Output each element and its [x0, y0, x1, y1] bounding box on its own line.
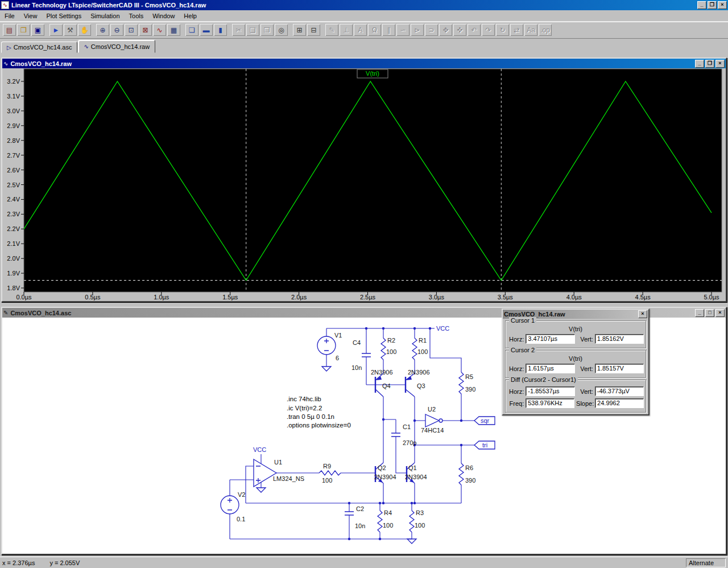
- tile-horizontal-button[interactable]: ▬: [200, 24, 213, 36]
- opamp-U1[interactable]: [254, 459, 276, 487]
- control-panel-button[interactable]: ⚒: [64, 24, 77, 36]
- autorange-y-axis-button[interactable]: ∿: [153, 24, 166, 36]
- menu-window[interactable]: Window: [148, 11, 179, 20]
- schematic-minimize-button[interactable]: _: [695, 309, 704, 317]
- voltage-source-V1-marks: [324, 339, 329, 351]
- trace-legend-label[interactable]: V(tri): [366, 70, 379, 77]
- cursor-dialog: CmosVCO_hc14.raw × Cursor 1 V(tri) Horz:…: [502, 308, 650, 415]
- cursor2-horz-field[interactable]: 1.6157µs: [526, 364, 574, 373]
- ground-symbol-main[interactable]: [407, 539, 416, 544]
- capacitor-C1[interactable]: [391, 433, 400, 437]
- tab-cmosvco_hc14.asc[interactable]: ▷CmosVCO_hc14.asc: [1, 42, 77, 53]
- text-tool-button[interactable]: Aa: [524, 24, 537, 36]
- mirror-tool-button[interactable]: ⇄: [510, 24, 523, 36]
- find-button[interactable]: ◎: [275, 24, 288, 36]
- label-u2-value: 74HC14: [421, 427, 444, 434]
- flag-vcc-rail: VCC: [436, 325, 449, 332]
- resistor-R4[interactable]: [378, 511, 382, 532]
- move-tool-button[interactable]: ✥: [439, 24, 452, 36]
- save-file-button[interactable]: ▣: [31, 24, 44, 36]
- resistor-R5[interactable]: [459, 372, 464, 394]
- cursor2-vert-field[interactable]: 1.85157V: [595, 364, 644, 373]
- rotate-tool-button[interactable]: ↻: [496, 24, 509, 36]
- menu-simulation[interactable]: Simulation: [86, 11, 124, 20]
- halt-simulation-button[interactable]: ✋: [78, 24, 91, 36]
- waveform-plot[interactable]: 1.8V1.9V2.0V2.1V2.2V2.3V2.4V2.5V2.6V2.7V…: [2, 68, 726, 301]
- copy-button[interactable]: ❑: [246, 24, 259, 36]
- waveform-minimize-button[interactable]: _: [695, 60, 704, 68]
- schematic-close-button[interactable]: ×: [715, 309, 725, 317]
- spice-directive-inc[interactable]: .inc 74hc.lib: [287, 396, 321, 402]
- capacitor-C2[interactable]: [345, 512, 354, 515]
- component-tool-button[interactable]: ⊃: [425, 24, 438, 36]
- menu-view[interactable]: View: [19, 11, 42, 20]
- spice-directive-tran[interactable]: .tran 0 5µ 0 0.1n: [287, 413, 334, 420]
- diff-horz-field[interactable]: -1.85537µs: [526, 386, 574, 396]
- capacitor-tool-button[interactable]: ∥: [382, 24, 395, 36]
- redo-button[interactable]: ↷: [482, 24, 495, 36]
- plot-pane[interactable]: [24, 69, 722, 292]
- minimize-button[interactable]: _: [697, 1, 706, 9]
- menu-plot-settings[interactable]: Plot Settings: [42, 11, 86, 20]
- close-button[interactable]: ×: [718, 1, 727, 9]
- cursor-dialog-close-button[interactable]: ×: [638, 310, 647, 318]
- inverter-U2[interactable]: [425, 414, 439, 427]
- menu-tools[interactable]: Tools: [125, 11, 148, 20]
- waveform-tab-icon: ∿: [84, 43, 88, 50]
- print-preview-button[interactable]: ⊟: [307, 24, 320, 36]
- waveform-close-button[interactable]: ×: [715, 60, 725, 68]
- resistor-R1[interactable]: [412, 338, 417, 360]
- toolbar-separator: [45, 24, 49, 36]
- zoom-in-button[interactable]: ⊕: [96, 24, 109, 36]
- schematic-maximize-button[interactable]: □: [705, 309, 714, 317]
- resistor-tool-button[interactable]: Ω: [368, 24, 381, 36]
- diff-freq-field[interactable]: 538.976KHz: [526, 398, 574, 408]
- cursor1-horz-field[interactable]: 3.47107µs: [526, 334, 574, 344]
- new-schematic-button[interactable]: ▤: [3, 24, 16, 36]
- grid-toggle-button[interactable]: ▦: [167, 24, 180, 36]
- waveform-restore-button[interactable]: ❐: [705, 60, 714, 68]
- cursor1-vert-label: Vert:: [577, 336, 593, 343]
- paste-button[interactable]: ❒: [260, 24, 274, 36]
- diff-group-label: Diff (Cursor2 - Cursor1): [509, 376, 578, 383]
- waveform-window-titlebar[interactable]: ∿ CmosVCO_hc14.raw _ ❐ ×: [2, 59, 726, 68]
- cut-button[interactable]: ✂: [232, 24, 245, 36]
- diode-tool-button[interactable]: ⊳: [411, 24, 424, 36]
- resistor-R3[interactable]: [410, 511, 414, 532]
- restore-button[interactable]: ❐: [708, 1, 717, 9]
- tab-cmosvco_hc14.raw[interactable]: ∿CmosVCO_hc14.raw: [78, 40, 155, 53]
- schematic-wires[interactable]: [230, 328, 474, 539]
- tile-vertical-button[interactable]: ▮: [214, 24, 227, 36]
- undo-button[interactable]: ↶: [468, 24, 481, 36]
- ground-tool-button[interactable]: ⊥: [340, 24, 353, 36]
- zoom-full-extents-button[interactable]: ⊡: [125, 24, 138, 36]
- zoom-fit-button[interactable]: ⊠: [139, 24, 152, 36]
- label-q3-value: 2N3906: [408, 369, 430, 376]
- spice-directive-options[interactable]: .options plotwinsize=0: [287, 422, 351, 429]
- cursor-mode-indicator: Alternate: [686, 558, 726, 567]
- diff-vert-field[interactable]: -46.3773µV: [595, 386, 644, 396]
- ground-symbol-u1[interactable]: [257, 488, 266, 492]
- open-file-button[interactable]: ❐: [17, 24, 30, 36]
- resistor-R6[interactable]: [459, 463, 464, 485]
- menu-file[interactable]: File: [0, 11, 19, 20]
- print-button[interactable]: ⊞: [293, 24, 306, 36]
- tile-windows-button[interactable]: ❏: [185, 24, 198, 36]
- wire-tool-button[interactable]: ✎: [325, 24, 338, 36]
- ground-symbol-v1[interactable]: [322, 367, 331, 371]
- spice-directive-ic[interactable]: .ic V(tri)=2.2: [287, 405, 322, 411]
- tab-label: CmosVCO_hc14.asc: [14, 44, 72, 51]
- inductor-tool-button[interactable]: ∽: [396, 24, 410, 36]
- spice-directive-tool-button[interactable]: .op: [539, 24, 552, 36]
- resistor-R9[interactable]: [319, 471, 341, 475]
- drag-tool-button[interactable]: ✜: [453, 24, 466, 36]
- cursor1-vert-field[interactable]: 1.85162V: [595, 334, 644, 344]
- resistor-R2[interactable]: [381, 338, 386, 360]
- label-net-tool-button[interactable]: A: [354, 24, 367, 36]
- zoom-back-button[interactable]: ⊖: [110, 24, 123, 36]
- diff-slope-field[interactable]: 24.9962: [595, 398, 644, 408]
- run-simulation-button[interactable]: ►: [49, 24, 63, 36]
- flag-sqr: sqr: [481, 417, 490, 424]
- menu-help[interactable]: Help: [179, 11, 201, 20]
- capacitor-C4[interactable]: [362, 353, 371, 357]
